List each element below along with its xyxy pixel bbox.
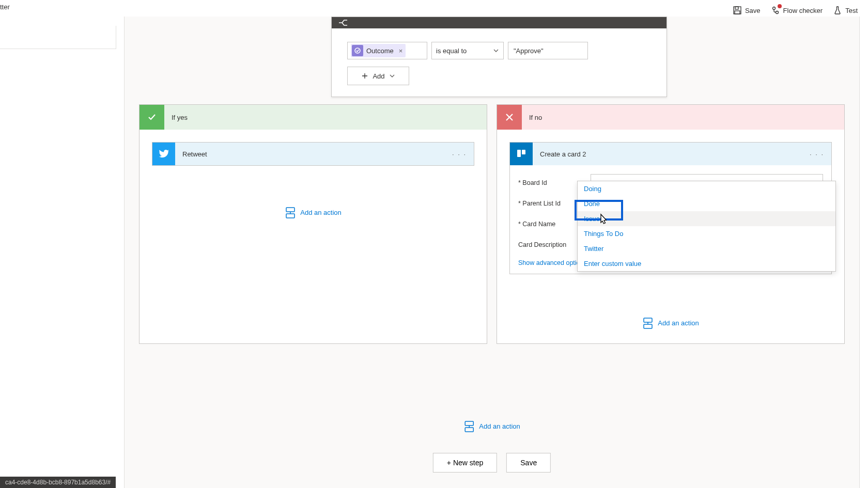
test-label: Test bbox=[845, 7, 858, 14]
svg-point-4 bbox=[776, 11, 778, 14]
svg-rect-10 bbox=[517, 150, 521, 157]
flask-icon bbox=[833, 6, 842, 15]
svg-point-3 bbox=[772, 7, 775, 10]
dropdown-item-issues[interactable]: Issues bbox=[578, 211, 835, 226]
condition-header[interactable] bbox=[332, 17, 667, 28]
add-action-label: Add an action bbox=[479, 422, 520, 430]
flow-checker-label: Flow checker bbox=[783, 7, 823, 14]
svg-rect-12 bbox=[644, 318, 652, 322]
retweet-title: Retweet bbox=[175, 150, 452, 158]
add-action-icon bbox=[463, 421, 474, 431]
twitter-icon bbox=[152, 143, 175, 165]
alert-badge-icon bbox=[778, 4, 782, 8]
dropdown-item-doing[interactable]: Doing bbox=[578, 181, 835, 196]
condition-body: Outcome × is equal to "Approve" bbox=[332, 28, 667, 97]
if-yes-body: Retweet · · · Add an action bbox=[140, 130, 487, 233]
add-action-label: Add an action bbox=[300, 209, 342, 216]
condition-operator-select[interactable]: is equal to bbox=[431, 42, 504, 59]
page-title-fragment: tter bbox=[0, 0, 10, 11]
condition-value-input[interactable]: "Approve" bbox=[508, 42, 588, 59]
branches: If yes Retweet · · · Add an bbox=[139, 104, 845, 344]
dynamic-content-icon bbox=[352, 45, 363, 56]
yes-add-action-button[interactable]: Add an action bbox=[152, 207, 474, 217]
action-menu-icon[interactable]: · · · bbox=[452, 150, 474, 158]
add-action-icon bbox=[642, 318, 653, 328]
cursor-icon bbox=[598, 213, 609, 227]
add-action-label: Add an action bbox=[658, 319, 699, 327]
condition-card[interactable]: Outcome × is equal to "Approve" bbox=[331, 17, 667, 97]
condition-icon bbox=[332, 17, 354, 28]
save-button[interactable]: Save bbox=[733, 6, 761, 15]
svg-rect-13 bbox=[644, 324, 652, 328]
outcome-token[interactable]: Outcome × bbox=[351, 44, 406, 57]
svg-rect-1 bbox=[735, 7, 738, 9]
chevron-down-icon bbox=[389, 73, 395, 79]
flow-checker-button[interactable]: Flow checker bbox=[771, 6, 823, 15]
chevron-down-icon bbox=[493, 48, 499, 54]
flow-canvas: Outcome × is equal to "Approve" bbox=[124, 17, 860, 488]
close-icon bbox=[497, 105, 522, 130]
trello-icon bbox=[510, 143, 533, 165]
action-menu-icon[interactable]: · · · bbox=[810, 150, 831, 158]
advanced-label: Show advanced options bbox=[518, 259, 587, 266]
svg-rect-6 bbox=[286, 208, 295, 212]
condition-left-operand[interactable]: Outcome × bbox=[347, 42, 427, 59]
add-action-icon bbox=[285, 207, 295, 217]
dropdown-item-twitter[interactable]: Twitter bbox=[578, 241, 835, 256]
status-bar: ca4-cde8-4d8b-bcb8-897b1a5d8b63/# bbox=[0, 477, 116, 488]
save-button-bottom[interactable]: Save bbox=[506, 453, 551, 473]
if-yes-header[interactable]: If yes bbox=[140, 105, 487, 130]
if-no-branch: If no Create a card 2 · · · * Board Id bbox=[497, 104, 845, 344]
svg-rect-15 bbox=[465, 421, 473, 426]
new-step-button[interactable]: + New step bbox=[433, 453, 497, 473]
if-no-title: If no bbox=[522, 114, 542, 121]
if-yes-branch: If yes Retweet · · · Add an bbox=[139, 104, 487, 344]
operator-label: is equal to bbox=[436, 47, 467, 55]
save-icon bbox=[733, 6, 742, 15]
dropdown-item-things-to-do[interactable]: Things To Do bbox=[578, 226, 835, 241]
value-text: "Approve" bbox=[514, 47, 544, 55]
if-yes-title: If yes bbox=[164, 114, 188, 121]
svg-rect-2 bbox=[735, 11, 740, 14]
retweet-action-card[interactable]: Retweet · · · bbox=[152, 142, 474, 166]
check-icon bbox=[140, 105, 164, 130]
svg-point-5 bbox=[355, 48, 360, 53]
condition-add-button[interactable]: Add bbox=[347, 67, 409, 85]
token-label: Outcome bbox=[366, 47, 394, 55]
flow-checker-icon bbox=[771, 6, 780, 15]
if-no-header[interactable]: If no bbox=[497, 105, 844, 130]
parent-list-dropdown: Doing Done Issues Things To Do Twitter E… bbox=[577, 181, 836, 272]
no-add-action-button[interactable]: Add an action bbox=[509, 318, 832, 328]
dropdown-item-custom[interactable]: Enter custom value bbox=[578, 256, 835, 271]
if-no-body: Create a card 2 · · · * Board Id Tasks bbox=[497, 130, 844, 343]
plus-icon bbox=[361, 72, 368, 80]
add-label: Add bbox=[373, 72, 384, 80]
save-label: Save bbox=[745, 7, 761, 14]
left-panel bbox=[0, 26, 116, 49]
token-remove-icon[interactable]: × bbox=[397, 47, 403, 55]
svg-rect-16 bbox=[465, 428, 473, 432]
svg-rect-7 bbox=[286, 214, 295, 218]
create-card-title: Create a card 2 bbox=[533, 150, 810, 158]
svg-rect-11 bbox=[522, 150, 525, 154]
bottom-buttons: + New step Save bbox=[433, 453, 551, 473]
bottom-add-action-button[interactable]: Add an action bbox=[463, 421, 520, 431]
dropdown-item-done[interactable]: Done bbox=[578, 196, 835, 211]
test-button[interactable]: Test bbox=[833, 6, 858, 15]
